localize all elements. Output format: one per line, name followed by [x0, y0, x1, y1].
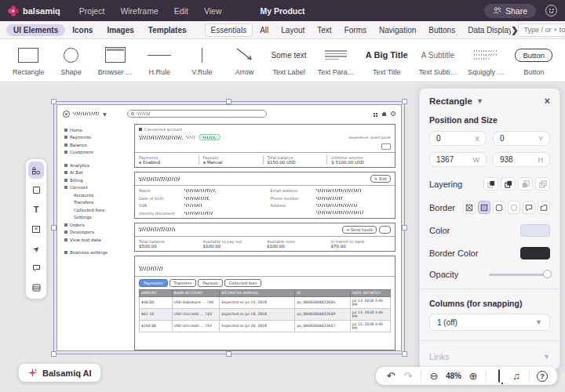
selection-handle[interactable]: [402, 99, 407, 104]
ui-library-tool-icon[interactable]: [28, 162, 44, 179]
selection-handle[interactable]: [51, 351, 56, 357]
palette-text-paragraph[interactable]: Text Para…: [318, 45, 355, 76]
wf-edit-button[interactable]: ✎ Edit: [370, 175, 391, 183]
y-input[interactable]: Y: [493, 131, 550, 146]
wf-more-button[interactable]: …: [379, 226, 391, 234]
border-ellipse-icon[interactable]: [508, 201, 520, 214]
tab-ui-elements[interactable]: UI Elements: [6, 24, 65, 36]
image-tool-icon[interactable]: ✕: [28, 220, 44, 238]
selection-handle[interactable]: [51, 225, 56, 230]
category-forms[interactable]: Forms: [339, 24, 372, 36]
palette-rectangle[interactable]: Rectangle: [13, 45, 45, 76]
wf-grid-icon: [374, 113, 375, 114]
wireframe-mockup[interactable]: ▼ ? Home Payments Balance Customers Anal…: [56, 104, 402, 351]
palette-browser[interactable]: Browser …: [98, 45, 133, 76]
opacity-slider-knob[interactable]: [543, 270, 552, 278]
help-icon: ?: [537, 371, 548, 382]
columns-select[interactable]: 1 (off) ▼: [429, 314, 550, 331]
border-rounded-icon[interactable]: [493, 201, 505, 214]
menu-view[interactable]: View: [204, 6, 222, 16]
wf-tab-transfers[interactable]: Transfers: [170, 279, 197, 287]
selection-handle[interactable]: [402, 225, 407, 230]
tab-icons[interactable]: Icons: [65, 24, 100, 36]
wf-account-chevron-icon: ▼: [103, 111, 107, 117]
opacity-slider[interactable]: [489, 274, 550, 276]
bring-forward-icon[interactable]: [501, 177, 516, 191]
account-avatar-icon[interactable]: [545, 5, 557, 16]
zoom-in-button[interactable]: ⊕: [465, 370, 482, 382]
help-button[interactable]: ?: [534, 371, 551, 382]
palette-hrule[interactable]: H.Rule: [144, 45, 175, 76]
category-buttons[interactable]: Buttons: [423, 24, 461, 36]
music-button[interactable]: ♫: [508, 370, 525, 382]
inspector-title-chevron-icon[interactable]: ▼: [476, 97, 483, 105]
rectangle-tool-icon[interactable]: [28, 181, 44, 198]
squiggly-preview-icon: [474, 50, 498, 60]
wf-send-funds-button[interactable]: ⇥ Send funds: [342, 226, 377, 234]
border-tag-icon[interactable]: [538, 201, 550, 214]
selection-handle[interactable]: [402, 351, 407, 357]
canvas-area[interactable]: T ✕ ➤ ▼: [0, 82, 565, 392]
border-bubble-icon[interactable]: [523, 201, 535, 214]
category-bar: Essentials All Layout Text Forms Navigat…: [205, 24, 519, 37]
comment-tool-icon[interactable]: [28, 260, 44, 277]
inspector-title[interactable]: Rectangle: [429, 96, 472, 106]
library-search-input[interactable]: [518, 24, 565, 37]
border-color-swatch[interactable]: [520, 247, 550, 260]
wf-payouts-card: Payments Transfers Payouts Collected fee…: [134, 256, 396, 351]
monitor-icon: [498, 369, 500, 383]
palette-arrow[interactable]: Arrow: [229, 45, 261, 76]
category-navigation[interactable]: Navigation: [374, 24, 421, 36]
height-input[interactable]: H: [493, 152, 550, 167]
palette-button[interactable]: Button Button: [515, 45, 552, 76]
brand[interactable]: balsamiq: [8, 5, 60, 16]
categories-overflow-chevron-icon[interactable]: ❯: [511, 25, 518, 35]
border-rectangle-icon[interactable]: [478, 201, 490, 214]
send-to-back-icon[interactable]: [535, 177, 550, 191]
category-all[interactable]: All: [254, 24, 274, 36]
bring-to-front-icon[interactable]: [483, 177, 498, 191]
redo-button[interactable]: ↷: [399, 370, 417, 382]
category-data-display[interactable]: Data Display: [462, 24, 511, 36]
border-label: Border: [429, 203, 455, 212]
tab-templates[interactable]: Templates: [141, 24, 194, 36]
selection-handle[interactable]: [226, 351, 231, 357]
arrow-tool-icon[interactable]: ➤: [28, 240, 44, 257]
zoom-level[interactable]: 48%: [443, 372, 465, 380]
send-backward-icon[interactable]: [518, 177, 533, 191]
links-section[interactable]: Links ▼: [429, 352, 550, 361]
inspector-close-button[interactable]: ×: [544, 96, 550, 106]
palette-text-label[interactable]: Some text Text Label: [272, 45, 307, 76]
fill-color-swatch[interactable]: [520, 224, 550, 237]
category-text[interactable]: Text: [312, 24, 337, 36]
wf-tab-payouts[interactable]: Payouts: [198, 279, 223, 287]
palette-shape[interactable]: Shape: [56, 45, 87, 76]
wf-tab-payments[interactable]: Payments: [139, 279, 168, 287]
border-none-icon[interactable]: [463, 201, 476, 214]
menu-project[interactable]: Project: [79, 6, 105, 16]
balsamiq-ai-button[interactable]: Balsamiq AI: [19, 364, 100, 382]
palette-vrule[interactable]: V.Rule: [186, 45, 217, 76]
palette-squiggly[interactable]: Squiggly …: [468, 45, 504, 76]
menu-wireframe[interactable]: Wireframe: [120, 6, 158, 16]
category-layout[interactable]: Layout: [275, 24, 310, 36]
text-tool-icon[interactable]: T: [28, 201, 44, 218]
wf-tab-collected-fees[interactable]: Collected fees: [224, 279, 261, 287]
palette-text-title[interactable]: A Big Title Text Title: [366, 45, 408, 76]
share-button[interactable]: Share: [484, 4, 536, 18]
zoom-out-button[interactable]: ⊖: [425, 370, 443, 382]
category-essentials[interactable]: Essentials: [205, 24, 253, 37]
palette-text-subtitle[interactable]: A Subtitle Text Subti…: [419, 45, 457, 76]
selection-handle[interactable]: [51, 99, 56, 104]
balsamiq-logo-icon: [8, 5, 19, 16]
data-grid-tool-icon[interactable]: [28, 279, 44, 296]
undo-button[interactable]: ↶: [382, 370, 399, 382]
x-input[interactable]: X: [429, 131, 487, 146]
width-input[interactable]: W: [429, 152, 487, 167]
brand-name: balsamiq: [23, 6, 60, 16]
present-button[interactable]: [490, 370, 508, 382]
menu-edit[interactable]: Edit: [174, 6, 188, 16]
wf-table-row: $150.00USD Unicredit … 743Expected on Ju…: [140, 320, 391, 332]
selection-handle[interactable]: [226, 99, 231, 104]
tab-images[interactable]: Images: [100, 24, 140, 36]
